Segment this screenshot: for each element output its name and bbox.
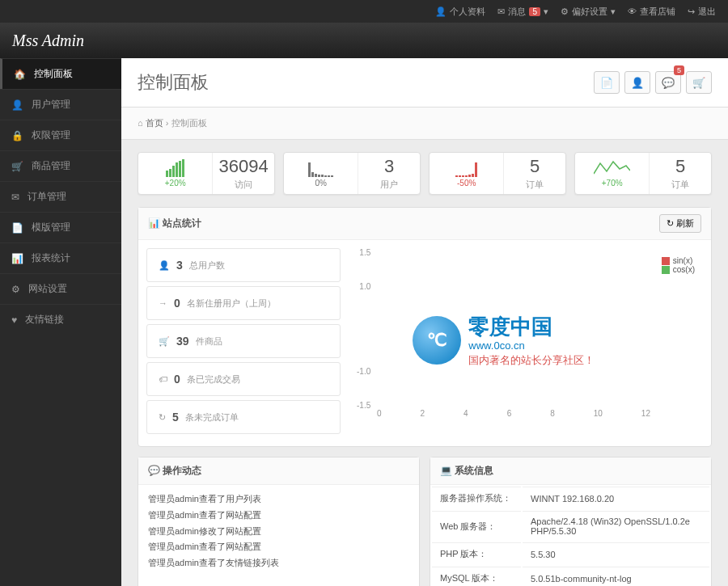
stat-item-4: ↻ 5 条未完成订单 (146, 400, 341, 434)
stat-box-1: 0%3用户 (283, 152, 421, 195)
sidebar-icon: ♥ (11, 314, 17, 326)
sidebar-icon: 📊 (11, 253, 23, 264)
topbar: 👤 个人资料 ✉ 消息 5 ▾ ⚙ 偏好设置 ▾ 👁 查看店铺 ↪ 退出 (0, 0, 728, 23)
log-entry: 管理员admin查看了友情链接列表 (148, 555, 409, 571)
stat-item-icon: → (159, 298, 167, 308)
stat-item-icon: 👤 (159, 260, 170, 271)
sidebar-label: 商品管理 (32, 159, 70, 173)
sidebar-label: 控制面板 (34, 67, 73, 81)
breadcrumb-current: 控制面板 (171, 118, 207, 128)
cart-button[interactable]: 🛒 (686, 71, 712, 94)
header: Mss Admin (0, 23, 728, 58)
log-entry: 管理员admin查看了网站配置 (148, 539, 409, 555)
stat-item-icon: 🛒 (159, 336, 170, 347)
sidebar-item-2[interactable]: 🔒权限管理 (0, 120, 121, 150)
msg-link[interactable]: ✉ 消息 5 ▾ (497, 6, 548, 18)
ops-panel: 💬 操作动态 管理员admin查看了用户列表管理员admin查看了网站配置管理员… (138, 457, 420, 586)
sidebar-icon: 🔒 (11, 130, 23, 141)
sidebar-icon: 🏠 (14, 69, 26, 80)
chart-area: 1.51.0-1.0-1.5 024681012 sin(x)cos(x) (341, 248, 703, 418)
info-row: MySQL 版本：5.0.51b-community-nt-log (432, 567, 709, 586)
doc-button[interactable]: 📄 (594, 71, 620, 94)
sidebar-icon: ✉ (11, 192, 19, 203)
user-button[interactable]: 👤 (624, 71, 650, 94)
ops-log-list: 管理员admin查看了用户列表管理员admin查看了网站配置管理员admin修改… (138, 485, 419, 578)
logo: Mss Admin (12, 32, 84, 50)
stat-item-1: → 0 名新住册用户（上周） (146, 286, 341, 320)
sidebar-icon: 🛒 (11, 161, 23, 172)
stat-item-icon: 🏷 (159, 374, 167, 384)
sidebar-label: 模版管理 (32, 221, 70, 234)
site-stats-panel: 📊 站点统计 ↻ 刷新 👤 3 总用户数→ 0 名新住册用户（上周）🛒 39 件… (138, 207, 712, 447)
info-row: PHP 版本：5.5.30 (432, 542, 709, 565)
sidebar-item-6[interactable]: 📊报表统计 (0, 242, 121, 273)
home-icon: ⌂ (138, 118, 143, 128)
sidebar-label: 权限管理 (32, 129, 70, 142)
stat-item-3: 🏷 0 条已完成交易 (146, 362, 341, 396)
info-row: Web 服务器：Apache/2.4.18 (Win32) OpenSSL/1.… (432, 511, 709, 541)
sidebar-item-7[interactable]: ⚙网站设置 (0, 273, 121, 304)
stat-item-icon: ↻ (159, 412, 166, 423)
stat-item-0: 👤 3 总用户数 (146, 248, 341, 282)
stat-list: 👤 3 总用户数→ 0 名新住册用户（上周）🛒 39 件商品🏷 0 条已完成交易… (146, 248, 341, 438)
stat-item-2: 🛒 39 件商品 (146, 324, 341, 358)
breadcrumb-home[interactable]: 首页 (146, 118, 163, 128)
info-row: 服务器操作系统：WINNT 192.168.0.20 (432, 487, 709, 509)
sys-panel: 💻 系统信息 服务器操作系统：WINNT 192.168.0.20Web 服务器… (430, 457, 712, 586)
sidebar-icon: 👤 (11, 99, 23, 111)
main: 控制面板 📄👤💬5🛒 ⌂ 首页 › 控制面板 +20%36094访问0%3用户-… (121, 58, 728, 586)
sys-info-table: 服务器操作系统：WINNT 192.168.0.20Web 服务器：Apache… (430, 485, 711, 586)
shop-link[interactable]: 👁 查看店铺 (628, 6, 675, 18)
profile-link[interactable]: 👤 个人资料 (435, 6, 485, 18)
chart-icon: 📊 (148, 217, 160, 229)
stats-row: +20%36094访问0%3用户-50%5订单+70%5订单 (138, 152, 712, 195)
title-actions: 📄👤💬5🛒 (594, 71, 712, 94)
sidebar-item-5[interactable]: 📄模版管理 (0, 212, 121, 242)
log-entry: 管理员admin查看了用户列表 (148, 491, 409, 508)
stat-box-0: +20%36094访问 (138, 152, 275, 195)
page-title: 控制面板 (138, 70, 209, 95)
breadcrumb: ⌂ 首页 › 控制面板 (121, 108, 728, 140)
sidebar-icon: ⚙ (11, 284, 20, 295)
sidebar-label: 网站设置 (28, 282, 67, 296)
sidebar-item-0[interactable]: 🏠控制面板 (0, 58, 121, 89)
sidebar: 🏠控制面板👤用户管理🔒权限管理🛒商品管理✉订单管理📄模版管理📊报表统计⚙网站设置… (0, 58, 121, 586)
page-title-bar: 控制面板 📄👤💬5🛒 (121, 58, 728, 108)
chart-legend: sin(x)cos(x) (662, 256, 695, 274)
log-entry: 管理员admin查看了网站配置 (148, 508, 409, 524)
pref-link[interactable]: ⚙ 偏好设置 ▾ (561, 6, 616, 18)
sidebar-item-3[interactable]: 🛒商品管理 (0, 150, 121, 181)
log-entry: 管理员admin修改了网站配置 (148, 524, 409, 540)
refresh-button[interactable]: ↻ 刷新 (659, 214, 701, 233)
sidebar-item-4[interactable]: ✉订单管理 (0, 181, 121, 212)
sidebar-icon: 📄 (11, 222, 23, 234)
msg-button[interactable]: 💬5 (655, 71, 681, 94)
sidebar-item-1[interactable]: 👤用户管理 (0, 89, 121, 120)
sidebar-item-8[interactable]: ♥友情链接 (0, 304, 121, 335)
sidebar-label: 报表统计 (32, 251, 70, 265)
logout-link[interactable]: ↪ 退出 (688, 6, 716, 18)
sidebar-label: 订单管理 (28, 190, 66, 204)
stat-box-2: -50%5订单 (429, 152, 566, 195)
sidebar-label: 用户管理 (32, 98, 70, 112)
sidebar-label: 友情链接 (25, 313, 64, 327)
stat-box-3: +70%5订单 (574, 152, 712, 195)
